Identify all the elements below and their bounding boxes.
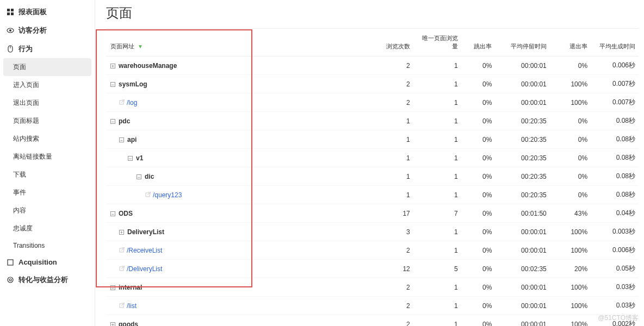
cell-bounce: 0%: [461, 297, 496, 315]
table-row[interactable]: −internal210%00:00:01100%0.03秒: [106, 278, 639, 297]
pages-table: 页面网址 ▼ 浏览次数 唯一页面浏览量 跳出率 平均停留时间 退出率 平均生成时…: [106, 29, 639, 326]
collapse-icon[interactable]: −: [119, 137, 124, 142]
cell-avgGen: 0.08秒: [591, 130, 639, 149]
row-label: dic: [145, 173, 154, 180]
cell-avgStay: 00:20:35: [495, 167, 549, 186]
sidebar-item[interactable]: 下载: [0, 166, 95, 184]
row-label: v1: [136, 154, 143, 162]
cell-avgStay: 00:20:35: [495, 186, 549, 204]
row-label: /DeliveryList: [127, 265, 162, 273]
sidebar-group[interactable]: Acquisition: [0, 254, 95, 271]
external-link-icon: [119, 247, 125, 252]
sidebar-item[interactable]: 内容: [0, 202, 95, 220]
table-row[interactable]: +DeliveryList310%00:00:01100%0.003秒: [106, 223, 639, 241]
cell-bounce: 0%: [461, 112, 496, 130]
sidebar-item[interactable]: 事件: [0, 184, 95, 202]
col-views[interactable]: 浏览次数: [366, 29, 413, 57]
expand-icon[interactable]: +: [119, 230, 124, 235]
row-label: ODS: [119, 210, 133, 217]
cell-views: 2: [366, 297, 413, 315]
cell-avgGen: 0.007秒: [591, 75, 639, 93]
table-row[interactable]: −v1110%00:20:350%0.08秒: [106, 149, 639, 167]
cell-bounce: 0%: [461, 186, 496, 204]
collapse-icon[interactable]: −: [128, 156, 133, 161]
table-row[interactable]: /ReceiveList210%00:00:01100%0.006秒: [106, 241, 639, 260]
sidebar-group[interactable]: 行为: [0, 40, 95, 58]
sidebar-item[interactable]: 退出页面: [0, 94, 95, 112]
cell-avgStay: 00:20:35: [495, 130, 549, 149]
row-label: DeliveryList: [127, 228, 164, 236]
cell-avgGen: 0.05秒: [591, 260, 639, 278]
svg-rect-2: [7, 12, 10, 15]
cell-unique: 1: [413, 75, 461, 93]
table-row[interactable]: −sysmLog210%00:00:01100%0.007秒: [106, 75, 639, 93]
col-avggen[interactable]: 平均生成时间: [591, 29, 639, 57]
cell-bounce: 0%: [461, 315, 496, 327]
sidebar-group[interactable]: 转化与收益分析: [0, 271, 95, 289]
svg-rect-8: [8, 260, 13, 265]
collapse-icon[interactable]: −: [110, 285, 115, 290]
cell-unique: 1: [413, 167, 461, 186]
col-avgstay[interactable]: 平均停留时间: [495, 29, 549, 57]
sidebar-group[interactable]: 访客分析: [0, 21, 95, 40]
collapse-icon[interactable]: −: [110, 211, 115, 216]
cell-exit: 43%: [550, 204, 591, 223]
external-link-icon: [119, 265, 125, 271]
expand-icon[interactable]: +: [110, 64, 115, 68]
cell-avgGen: 0.03秒: [591, 297, 639, 315]
page-title: 页面: [106, 0, 639, 29]
table-row[interactable]: /list210%00:00:01100%0.03秒: [106, 297, 639, 315]
cell-avgGen: 0.006秒: [591, 57, 639, 75]
cell-exit: 100%: [550, 241, 591, 260]
external-link-icon: [119, 302, 125, 308]
table-row[interactable]: −api110%00:20:350%0.08秒: [106, 130, 639, 149]
table-row[interactable]: −pdc110%00:20:350%0.08秒: [106, 112, 639, 130]
collapse-icon[interactable]: −: [110, 82, 115, 87]
cell-exit: 0%: [550, 149, 591, 167]
cell-avgStay: 00:02:35: [495, 260, 549, 278]
table-row[interactable]: +goods210%00:00:01100%0.002秒: [106, 315, 639, 327]
cell-bounce: 0%: [461, 93, 496, 112]
table-row[interactable]: −ODS1770%00:01:5043%0.04秒: [106, 204, 639, 223]
table-row[interactable]: −dic110%00:20:350%0.08秒: [106, 167, 639, 186]
cell-avgStay: 00:00:01: [495, 278, 549, 297]
sidebar-item[interactable]: 进入页面: [0, 76, 95, 94]
cell-exit: 0%: [550, 57, 591, 75]
cell-avgGen: 0.007秒: [591, 93, 639, 112]
external-link-icon: [145, 191, 151, 197]
cell-exit: 100%: [550, 93, 591, 112]
cell-avgGen: 0.08秒: [591, 149, 639, 167]
table-row[interactable]: /query123110%00:20:350%0.08秒: [106, 186, 639, 204]
cell-avgGen: 0.03秒: [591, 278, 639, 297]
collapse-icon[interactable]: −: [110, 119, 115, 124]
sidebar-item[interactable]: 页面: [3, 58, 91, 76]
row-label: internal: [119, 284, 142, 291]
svg-rect-1: [11, 9, 14, 11]
row-label: /list: [127, 302, 137, 310]
collapse-icon[interactable]: −: [137, 174, 141, 179]
expand-icon[interactable]: +: [110, 322, 115, 327]
cell-unique: 1: [413, 186, 461, 204]
cell-avgStay: 00:20:35: [495, 112, 549, 130]
sidebar-item[interactable]: Transitions: [0, 237, 95, 254]
sidebar-item[interactable]: 站内搜索: [0, 130, 95, 148]
sort-icon: ▼: [138, 43, 143, 49]
svg-point-5: [9, 29, 11, 32]
sidebar-item[interactable]: 离站链接数量: [0, 148, 95, 166]
col-unique[interactable]: 唯一页面浏览量: [413, 29, 461, 57]
col-bounce[interactable]: 跳出率: [461, 29, 496, 57]
col-exit[interactable]: 退出率: [550, 29, 591, 57]
table-row[interactable]: /log210%00:00:01100%0.007秒: [106, 93, 639, 112]
sidebar-group[interactable]: 报表面板: [0, 3, 95, 21]
cell-avgGen: 0.04秒: [591, 204, 639, 223]
cell-views: 2: [366, 278, 413, 297]
col-url[interactable]: 页面网址 ▼: [106, 29, 366, 57]
sidebar-item[interactable]: 页面标题: [0, 112, 95, 130]
cell-avgGen: 0.006秒: [591, 241, 639, 260]
sidebar-item[interactable]: 忠诚度: [0, 220, 95, 237]
table-row[interactable]: /DeliveryList1250%00:02:3520%0.05秒: [106, 260, 639, 278]
cell-unique: 1: [413, 93, 461, 112]
svg-rect-0: [7, 9, 10, 11]
cell-avgStay: 00:00:01: [495, 315, 549, 327]
table-row[interactable]: +warehouseManage210%00:00:010%0.006秒: [106, 57, 639, 75]
